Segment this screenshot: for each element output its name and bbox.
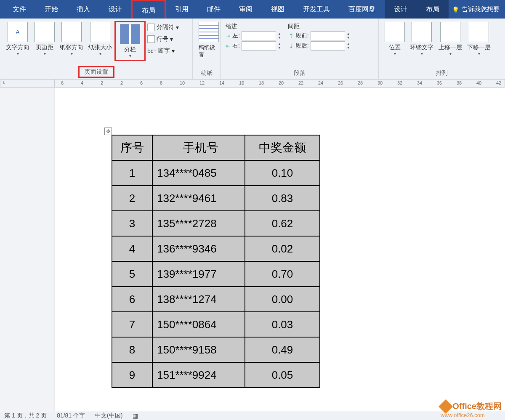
table-cell[interactable]: 0.02 [245, 236, 320, 261]
status-page[interactable]: 第 1 页，共 2 页 [4, 412, 47, 420]
table-cell[interactable]: 8 [112, 337, 152, 362]
table-row[interactable]: 9151****99240.05 [112, 362, 320, 388]
table-cell[interactable]: 139****1977 [152, 261, 245, 287]
menu-references[interactable]: 引用 [166, 0, 198, 19]
table-cell[interactable]: 0.00 [245, 287, 320, 312]
tell-me-search[interactable]: 告诉我您想要 [449, 5, 500, 13]
table-cell[interactable]: 150****0864 [152, 312, 245, 337]
line-numbers-icon [147, 35, 155, 43]
ruler-horizontal[interactable]: 6422681012141618202224262830323436384042 [55, 79, 505, 88]
status-macros-icon[interactable]: ▦ [133, 412, 138, 419]
tell-me-label: 告诉我您想要 [462, 5, 500, 13]
spacing-before-spinner[interactable]: ▲▼ [347, 32, 350, 40]
indent-right-input[interactable] [242, 41, 276, 51]
menu-review[interactable]: 审阅 [230, 0, 262, 19]
indent-left-spinner[interactable]: ▲▼ [278, 32, 281, 40]
ruler-mark: 40 [476, 80, 481, 85]
table-cell[interactable]: 1 [112, 160, 152, 186]
ribbon: A 文字方向 ▾ 页边距 ▾ 纸张方向 ▾ 纸张大小 ▾ 分栏 [0, 19, 505, 79]
menu-insert[interactable]: 插入 [67, 0, 99, 19]
table-cell[interactable]: 0.83 [245, 186, 320, 211]
status-word-count[interactable]: 81/81 个字 [57, 412, 85, 420]
table-cell[interactable]: 136****9346 [152, 236, 245, 261]
ruler-mark: 30 [377, 80, 383, 85]
indent-right-spinner[interactable]: ▲▼ [278, 42, 281, 50]
table-header-cell[interactable]: 中奖金额 [245, 135, 320, 160]
page-setup-group-label[interactable]: 页面设置 [78, 66, 114, 78]
table-cell[interactable]: 135****2728 [152, 211, 245, 236]
margins-button[interactable]: 页边距 ▾ [32, 21, 57, 57]
menu-design[interactable]: 设计 [99, 0, 131, 19]
table-cell[interactable]: 0.10 [245, 160, 320, 186]
table-cell[interactable]: 0.03 [245, 312, 320, 337]
ruler-corner: └ [0, 79, 55, 88]
table-row[interactable]: 7150****08640.03 [112, 312, 320, 337]
indent-left-field[interactable]: ⇥左: ▲▼ [226, 31, 281, 40]
menu-developer[interactable]: 开发工具 [294, 0, 339, 19]
indent-left-label: 左: [232, 32, 240, 40]
table-header-cell[interactable]: 手机号 [152, 135, 245, 160]
table-cell[interactable]: 7 [112, 312, 152, 337]
table-row[interactable]: 8150****91580.49 [112, 337, 320, 362]
table-row[interactable]: 3135****27280.62 [112, 211, 320, 236]
text-direction-button[interactable]: A 文字方向 ▾ [3, 21, 32, 57]
table-cell[interactable]: 138****1274 [152, 287, 245, 312]
table-cell[interactable]: 150****9158 [152, 337, 245, 362]
position-icon [385, 22, 405, 42]
document-page[interactable]: ✥ 序号 手机号 中奖金额 1134****04850.102132****94… [55, 88, 505, 411]
table-cell[interactable]: 0.05 [245, 362, 320, 388]
status-language[interactable]: 中文(中国) [95, 412, 122, 420]
data-table[interactable]: 序号 手机号 中奖金额 1134****04850.102132****9461… [112, 135, 320, 388]
menu-layout[interactable]: 布局 [131, 0, 166, 19]
table-cell[interactable]: 151****9924 [152, 362, 245, 388]
line-numbers-button[interactable]: 行号 ▾ [147, 35, 179, 43]
bring-forward-button[interactable]: 上移一层 ▾ [436, 21, 465, 57]
spacing-before-field[interactable]: ⇡段前: ▲▼ [289, 31, 350, 40]
spacing-before-input[interactable] [311, 31, 345, 40]
chevron-down-icon: ▾ [172, 48, 175, 54]
wrap-text-button[interactable]: 环绕文字 ▾ [407, 21, 436, 57]
ruler-mark: 36 [437, 80, 442, 85]
table-cell[interactable]: 5 [112, 261, 152, 287]
table-move-handle-icon[interactable]: ✥ [104, 128, 112, 135]
menu-file[interactable]: 文件 [3, 0, 35, 19]
indent-left-input[interactable] [242, 31, 276, 40]
draft-paper-button[interactable]: 稿纸设置 [196, 21, 221, 60]
send-backward-button[interactable]: 下移一层 ▾ [465, 21, 493, 57]
table-row[interactable]: 1134****04850.10 [112, 160, 320, 186]
spacing-after-field[interactable]: ⇣段后: ▲▼ [289, 41, 350, 51]
table-cell[interactable]: 0.49 [245, 337, 320, 362]
menu-mailings[interactable]: 邮件 [198, 0, 230, 19]
table-row[interactable]: 5139****19770.70 [112, 261, 320, 287]
table-cell[interactable]: 134****0485 [152, 160, 245, 186]
hyphenation-button[interactable]: bc⁻ 断字 ▾ [147, 47, 179, 55]
table-row[interactable]: 4136****93460.02 [112, 236, 320, 261]
spacing-after-spinner[interactable]: ▲▼ [347, 42, 350, 50]
menu-view[interactable]: 视图 [262, 0, 294, 19]
table-cell[interactable]: 2 [112, 186, 152, 211]
columns-button[interactable]: 分栏 ▾ [114, 21, 146, 61]
position-button[interactable]: 位置 ▾ [382, 21, 407, 57]
spacing-after-label: 段后: [295, 42, 309, 50]
menu-baidu[interactable]: 百度网盘 [339, 0, 385, 19]
table-cell[interactable]: 9 [112, 362, 152, 388]
indent-right-field[interactable]: ⇤右: ▲▼ [226, 41, 281, 51]
paragraph-group-label: 段落 [224, 69, 375, 78]
menu-home[interactable]: 开始 [35, 0, 67, 19]
orientation-button[interactable]: 纸张方向 ▾ [57, 21, 86, 57]
paper-size-button[interactable]: 纸张大小 ▾ [86, 21, 114, 57]
table-cell[interactable]: 0.62 [245, 211, 320, 236]
table-cell[interactable]: 0.70 [245, 261, 320, 287]
table-row[interactable]: 2132****94610.83 [112, 186, 320, 211]
breaks-button[interactable]: 分隔符 ▾ [147, 24, 179, 31]
spacing-after-input[interactable] [311, 41, 345, 51]
table-row[interactable]: 6138****12740.00 [112, 287, 320, 312]
breaks-label: 分隔符 [157, 24, 174, 31]
table-header-cell[interactable]: 序号 [112, 135, 152, 160]
contextual-tab-design[interactable]: 设计 [385, 0, 417, 19]
table-cell[interactable]: 6 [112, 287, 152, 312]
table-cell[interactable]: 4 [112, 236, 152, 261]
table-cell[interactable]: 132****9461 [152, 186, 245, 211]
table-cell[interactable]: 3 [112, 211, 152, 236]
contextual-tab-layout[interactable]: 布局 [417, 0, 449, 19]
